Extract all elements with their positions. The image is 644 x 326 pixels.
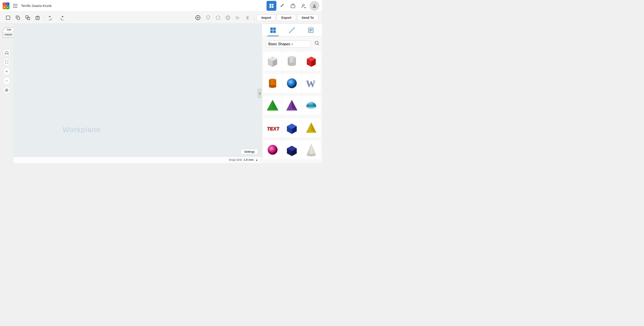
toolbar-divider-2	[254, 15, 254, 21]
sphere-btn[interactable]	[224, 13, 232, 22]
profile-btn[interactable]	[310, 1, 319, 11]
shape-sphere-blue[interactable]	[282, 74, 301, 93]
shapes-grid: W W	[262, 51, 322, 163]
shape-box-gray[interactable]	[263, 52, 282, 71]
svg-point-87	[287, 78, 297, 88]
add-profile-btn[interactable]	[299, 1, 308, 11]
svg-rect-9	[26, 16, 28, 18]
duplicate-btn[interactable]	[23, 13, 32, 22]
left-sidebar: TOP FRONT +	[0, 24, 14, 163]
zoom-out-icon: −	[5, 79, 8, 83]
panel-tabs	[262, 24, 322, 37]
svg-rect-1	[272, 4, 274, 6]
svg-rect-67	[273, 31, 276, 33]
svg-point-15	[227, 16, 229, 20]
export-btn[interactable]: Export	[276, 14, 296, 21]
shapes-dropdown-label: Basic Shapes	[268, 42, 290, 46]
tab-shapes[interactable]	[268, 26, 278, 36]
svg-rect-7	[6, 16, 10, 20]
shape-text-3d[interactable]: TEXT TEXT	[263, 118, 282, 137]
shape-squiggle[interactable]: W W	[302, 74, 321, 93]
shapes-search-btn[interactable]	[314, 41, 320, 47]
polygon-btn[interactable]	[214, 13, 222, 22]
zoom-out-btn[interactable]: −	[3, 77, 10, 85]
settings-btn[interactable]: Settings	[241, 149, 258, 154]
svg-text:TEXT: TEXT	[267, 126, 279, 132]
shape-box-blue[interactable]	[282, 118, 301, 137]
svg-point-69	[315, 41, 318, 44]
shape-half-sphere[interactable]	[302, 96, 321, 115]
search-icon	[314, 41, 320, 46]
toolbar-divider-1	[44, 15, 44, 21]
undo-btn[interactable]	[47, 13, 56, 22]
snap-grid-label: Snap Grid	[229, 158, 242, 161]
hamburger-icon[interactable]	[13, 4, 18, 8]
zoom-in-icon: +	[5, 69, 8, 74]
top-nav: T I N K Terrific Gaaris-Krunk	[0, 0, 322, 12]
tab-ruler[interactable]	[286, 26, 298, 36]
align-btn[interactable]	[233, 13, 242, 22]
orbit-btn[interactable]	[3, 86, 10, 94]
toolbar: Import Export Send To	[0, 12, 322, 24]
svg-point-107	[307, 154, 316, 156]
new-btn[interactable]	[4, 13, 12, 22]
shape-box-red[interactable]	[302, 52, 321, 71]
svg-rect-4	[291, 5, 295, 8]
svg-point-6	[314, 4, 315, 6]
shape-box-darkblue[interactable]	[282, 140, 301, 159]
ruler-icon	[289, 27, 295, 33]
svg-point-86	[269, 85, 276, 88]
viewport[interactable]: Workplane ❯ Settings Snap Grid 1.0 mm ▲	[14, 24, 262, 163]
delete-btn[interactable]	[33, 13, 42, 22]
svg-rect-3	[272, 6, 274, 8]
shape-pyramid-yellow[interactable]	[302, 118, 321, 137]
shape-pyramid-green[interactable]	[263, 96, 282, 115]
shape-cylinder-gray[interactable]	[282, 52, 301, 71]
briefcase-btn[interactable]	[288, 1, 298, 11]
app-title: Terrific Gaaris-Krunk	[21, 4, 52, 8]
svg-rect-8	[17, 17, 20, 20]
shape-cylinder-orange[interactable]	[263, 74, 282, 93]
svg-point-80	[288, 63, 296, 66]
fit-btn[interactable]	[3, 58, 10, 66]
chevron-down-icon: ▼	[291, 43, 294, 46]
right-panel: Basic Shapes ▼	[262, 24, 322, 163]
redo-btn[interactable]	[56, 13, 66, 22]
svg-rect-2	[270, 6, 271, 8]
shape-pyramid-purple[interactable]	[282, 96, 301, 115]
home-btn[interactable]	[3, 49, 10, 56]
svg-marker-13	[216, 16, 220, 19]
shape-cone-white[interactable]	[302, 140, 321, 159]
tools-btn[interactable]	[277, 1, 287, 11]
svg-point-5	[302, 4, 304, 6]
svg-point-12	[197, 17, 198, 18]
workplane-label: Workplane	[62, 126, 100, 134]
bulb-btn[interactable]	[204, 13, 213, 22]
svg-rect-10	[27, 17, 30, 20]
mirror-btn[interactable]	[243, 13, 252, 22]
tab-notes[interactable]	[305, 26, 316, 36]
zoom-in-btn[interactable]: +	[3, 68, 10, 75]
copy-btn[interactable]	[14, 13, 22, 22]
svg-rect-64	[270, 28, 273, 30]
notes-icon	[308, 27, 314, 33]
panel-collapse-btn[interactable]: ❯	[258, 89, 262, 98]
sendto-btn[interactable]: Send To	[297, 14, 318, 21]
cube-top-label: TOP	[7, 29, 11, 31]
shapes-dropdown[interactable]: Basic Shapes ▼	[266, 41, 311, 48]
snap-grid-up-btn[interactable]: ▲	[255, 158, 258, 161]
view-toggle-btn[interactable]	[193, 13, 203, 23]
snap-grid-value: 1.0 mm	[244, 158, 254, 161]
svg-rect-66	[270, 31, 273, 33]
logo[interactable]: T I N K	[3, 3, 10, 9]
import-btn[interactable]: Import	[257, 14, 276, 21]
svg-point-14	[226, 16, 230, 20]
grid-view-btn[interactable]	[266, 1, 276, 11]
svg-rect-0	[270, 4, 271, 6]
svg-text:W: W	[306, 79, 316, 89]
chevron-right-icon: ❯	[259, 92, 261, 95]
shape-sphere-pink[interactable]	[263, 140, 282, 159]
grid-icon	[270, 27, 276, 33]
svg-marker-106	[307, 144, 316, 155]
cube-front-label: FRONT	[5, 34, 12, 36]
